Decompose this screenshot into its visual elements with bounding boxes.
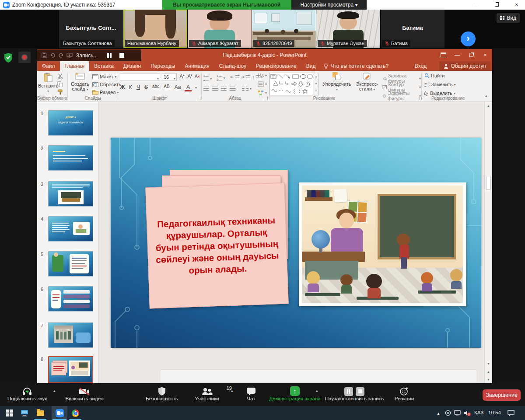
- section-button[interactable]: Раздел▾: [92, 90, 119, 95]
- layout-button[interactable]: Макет▾: [92, 74, 116, 79]
- share-options-chevron[interactable]: ▴: [316, 388, 318, 393]
- start-video-button[interactable]: Включить видео: [60, 385, 108, 401]
- increase-indent-button[interactable]: ⇥: [241, 75, 250, 79]
- start-button[interactable]: [4, 408, 15, 418]
- collapse-ribbon-button[interactable]: ▴: [485, 94, 487, 98]
- pause-record-icon[interactable]: [344, 387, 353, 396]
- start-slideshow-icon[interactable]: [66, 52, 73, 58]
- network-tray-icon[interactable]: [452, 408, 463, 418]
- chrome-taskbar-icon[interactable]: [70, 408, 80, 418]
- underline-button[interactable]: Ч: [135, 84, 142, 90]
- video-tile-batima[interactable]: Батима Батима: [381, 10, 444, 48]
- view-settings-dropdown[interactable]: Настройки просмотра ▾: [291, 0, 367, 10]
- shrink-font-button[interactable]: А▾: [186, 74, 193, 80]
- scroll-down-arrow[interactable]: ▾: [485, 362, 492, 366]
- tab-design[interactable]: Дизайн: [119, 61, 146, 71]
- minimize-button[interactable]: —: [469, 0, 484, 10]
- editing-dialog-launcher[interactable]: [418, 97, 422, 100]
- text-direction-button[interactable]: А▾: [258, 73, 267, 78]
- video-tile-nygymanova[interactable]: Ныгыманова Нурбану: [123, 10, 187, 48]
- tab-view[interactable]: Вид: [301, 61, 321, 71]
- tab-insert[interactable]: Вставка: [89, 61, 119, 71]
- reactions-button[interactable]: Реакции: [390, 385, 418, 401]
- cut-button[interactable]: [57, 74, 63, 79]
- format-painter-button[interactable]: [57, 89, 63, 95]
- slide-thumbnail-2[interactable]: [48, 145, 93, 171]
- slide-thumbnail-8-selected[interactable]: [48, 356, 93, 383]
- undo-icon[interactable]: [50, 52, 56, 58]
- font-dialog-launcher[interactable]: [197, 97, 200, 100]
- chat-button[interactable]: Чат: [240, 385, 262, 401]
- previous-slide-button[interactable]: ▴: [485, 370, 492, 374]
- shapes-gallery-scroll[interactable]: ▴▾▿: [314, 73, 318, 95]
- align-left-button[interactable]: [203, 87, 209, 91]
- slide-thumbnail-1[interactable]: ДӘРІС 4 ПЕДАГОГ ТЕХНИКАСЫ: [48, 110, 93, 136]
- text-shadow-button[interactable]: abc: [150, 84, 161, 89]
- strikethrough-button[interactable]: S: [143, 84, 150, 90]
- stop-record-icon[interactable]: [356, 387, 364, 396]
- language-indicator[interactable]: ҚАЗ: [474, 410, 483, 415]
- bold-button[interactable]: Ж: [119, 84, 126, 90]
- tab-animations[interactable]: Анимация: [180, 61, 214, 71]
- new-slide-button[interactable]: Создатьслайд ▾: [69, 72, 91, 92]
- convert-smartart-button[interactable]: ▾: [258, 90, 267, 96]
- font-size-combobox[interactable]: 16▾: [162, 73, 177, 81]
- shapes-gallery[interactable]: [270, 73, 313, 95]
- decrease-indent-button[interactable]: ⇤: [231, 75, 239, 79]
- antivirus-shield-icon[interactable]: [4, 52, 13, 63]
- quick-access-toolbar[interactable]: [42, 52, 73, 58]
- grow-font-button[interactable]: А▴: [178, 74, 186, 80]
- video-tile-classroom[interactable]: 82542878649: [252, 10, 316, 48]
- action-center-icon[interactable]: [506, 408, 516, 418]
- select-button[interactable]: Выделить▾: [424, 91, 455, 96]
- view-layout-button[interactable]: Вид: [497, 13, 520, 23]
- show-hidden-icons[interactable]: ▴: [433, 408, 444, 418]
- clear-formatting-button[interactable]: A: [194, 74, 201, 79]
- security-button[interactable]: Безопасность: [143, 385, 181, 401]
- ppt-restore-button[interactable]: [464, 49, 478, 61]
- change-case-button[interactable]: Aa: [173, 84, 182, 90]
- italic-button[interactable]: К: [127, 84, 134, 90]
- volume-muted-tray-icon[interactable]: [462, 408, 472, 418]
- clock[interactable]: 10:54: [488, 410, 501, 415]
- copy-button[interactable]: [57, 81, 63, 87]
- justify-button[interactable]: [230, 87, 235, 91]
- participants-button[interactable]: 19 Участники: [188, 385, 226, 401]
- audio-options-chevron[interactable]: ▴: [53, 388, 56, 393]
- tab-home[interactable]: Главная: [60, 61, 90, 71]
- scroll-up-arrow[interactable]: ▴: [485, 104, 492, 108]
- ppt-minimize-button[interactable]: —: [450, 49, 464, 61]
- bullets-button[interactable]: •—•—▾: [203, 74, 212, 83]
- quick-styles-button[interactable]: Экспресс-стили ▾: [354, 72, 381, 92]
- tab-slideshow[interactable]: Слайд-шоу: [214, 61, 251, 71]
- next-slide-button[interactable]: ▾: [485, 378, 492, 382]
- align-text-button[interactable]: ▾: [258, 81, 267, 87]
- tab-transitions[interactable]: Переходы: [146, 61, 180, 71]
- slide-thumbnail-5[interactable]: [48, 251, 93, 276]
- video-tile-bakhytgul[interactable]: Бахытгуль Солт... Бахытгуль Солтанова: [59, 10, 123, 48]
- font-name-combobox[interactable]: ▾: [120, 73, 160, 81]
- font-color-dropdown[interactable]: ▾: [192, 86, 200, 90]
- tray-app-icon[interactable]: [443, 408, 453, 418]
- pause-recording-icon[interactable]: [107, 53, 112, 58]
- tab-file[interactable]: Файл: [37, 61, 60, 71]
- join-audio-button[interactable]: Подключить звук: [4, 385, 50, 401]
- ppt-close-button[interactable]: ×: [478, 49, 492, 61]
- vertical-scrollbar[interactable]: ▴ ▾ ▴ ▾: [484, 102, 492, 383]
- align-center-button[interactable]: [212, 87, 218, 91]
- sign-in-link[interactable]: Вход: [415, 61, 427, 71]
- slide-thumbnail-6[interactable]: [48, 286, 93, 312]
- clipboard-dialog-launcher[interactable]: [63, 97, 66, 100]
- scrollbar-thumb[interactable]: [486, 177, 491, 190]
- shape-effects-button[interactable]: Эффекты фигуры▾: [382, 91, 421, 101]
- close-button[interactable]: ×: [509, 0, 524, 10]
- current-slide[interactable]: Педагогкаилық техниканы құраушылар. Орта…: [111, 138, 481, 348]
- share-screen-button[interactable]: ↑ Демонстрация экрана: [266, 385, 324, 401]
- ribbon-display-options-button[interactable]: [436, 49, 450, 61]
- next-participants-page-button[interactable]: ›: [461, 32, 476, 46]
- numbering-button[interactable]: 1—2—▾: [217, 74, 225, 82]
- tell-me-box[interactable]: Что вы хотите сделать?: [320, 61, 392, 71]
- pause-stop-recording-button[interactable]: Пауза/остановить запись: [324, 385, 385, 401]
- save-icon[interactable]: [42, 52, 47, 58]
- reset-button[interactable]: Сбросить: [92, 82, 121, 87]
